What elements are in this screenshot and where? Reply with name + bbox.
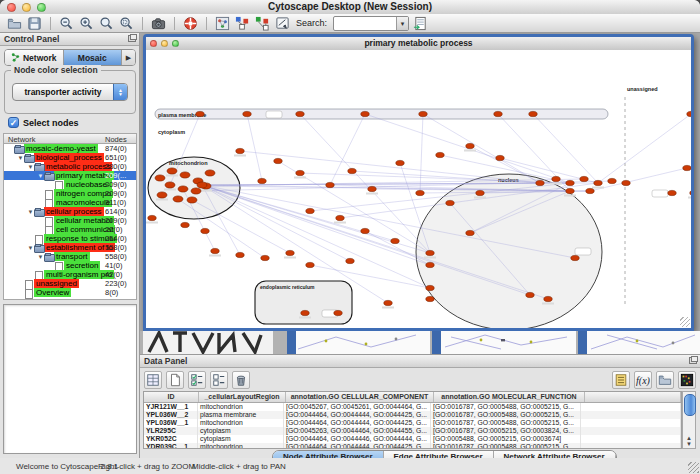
network-node[interactable] [426, 285, 434, 290]
tree-row[interactable]: Overview8(0) [4, 288, 136, 297]
network-node[interactable] [296, 111, 304, 116]
network-node[interactable] [529, 111, 537, 116]
minimize-icon[interactable] [161, 40, 168, 47]
column-header[interactable]: ID [144, 392, 199, 402]
network-edge[interactable] [202, 185, 350, 261]
network-node[interactable] [391, 238, 399, 243]
tree-row[interactable]: nucleobase-209(0) [4, 180, 136, 189]
network-window-controls[interactable] [150, 40, 179, 47]
tree-expander-icon[interactable]: ▼ [17, 155, 24, 161]
background-network-sketch[interactable] [143, 331, 273, 354]
network-node[interactable] [466, 230, 474, 235]
network-node[interactable] [191, 188, 201, 194]
network-node[interactable] [205, 170, 215, 176]
attribute-table-header[interactable]: ID_cellularLayoutRegionannotation.GO CEL… [144, 392, 681, 403]
network-node[interactable] [326, 182, 334, 187]
network-node[interactable] [306, 262, 314, 267]
delete-attribute-icon[interactable] [232, 371, 250, 389]
column-header[interactable]: annotation.GO CELLULAR_COMPONENT [286, 392, 434, 402]
tree-row[interactable]: ▼transport558(0) [4, 252, 136, 261]
network-node[interactable] [187, 197, 197, 203]
network-node[interactable] [301, 310, 309, 315]
network-node[interactable] [494, 111, 502, 116]
network-node[interactable] [178, 186, 188, 192]
copy-network-edges-icon[interactable] [254, 15, 271, 32]
network-node[interactable] [196, 111, 204, 116]
tree-row[interactable]: response to stimulu264(0) [4, 234, 136, 243]
network-node[interactable] [336, 215, 344, 220]
network-node[interactable] [261, 255, 269, 260]
network-node[interactable] [426, 262, 434, 267]
minimize-button[interactable] [22, 3, 31, 12]
window-resize-grip[interactable] [680, 317, 690, 327]
tree-expander-icon[interactable]: ▼ [37, 254, 44, 260]
network-node[interactable] [243, 111, 251, 116]
select-attributes-icon[interactable] [188, 371, 206, 389]
network-node[interactable] [566, 188, 574, 193]
tree-expander-icon[interactable]: ▼ [37, 173, 44, 179]
network-node[interactable] [296, 170, 304, 175]
tree-expander-icon[interactable]: ▼ [27, 164, 34, 170]
network-node[interactable] [580, 176, 588, 181]
network-node[interactable] [544, 296, 552, 301]
zoom-selected-icon[interactable] [118, 15, 135, 32]
network-node[interactable] [211, 248, 219, 253]
float-panel-icon[interactable] [689, 357, 697, 364]
network-node[interactable] [148, 215, 156, 220]
network-edge[interactable] [192, 200, 290, 253]
import-attributes-icon[interactable] [656, 371, 674, 389]
zoom-fit-icon[interactable] [98, 15, 115, 32]
network-window-titlebar[interactable]: primary metabolic process [146, 37, 691, 51]
network-node[interactable] [258, 178, 266, 183]
tree-row[interactable]: multi-organism pro42(0) [4, 270, 136, 279]
network-node[interactable] [622, 180, 630, 185]
function-builder-icon[interactable]: f(x) [634, 371, 652, 389]
network-node[interactable] [180, 172, 190, 178]
network-node[interactable] [496, 155, 504, 160]
tree-expander-icon[interactable]: ▼ [27, 245, 34, 251]
search-combobox[interactable]: ▾ [333, 16, 409, 31]
network-node[interactable] [571, 255, 579, 260]
tree-expander-icon[interactable]: ▼ [27, 209, 34, 215]
tree-row[interactable]: unassigned223(0) [4, 279, 136, 288]
network-node[interactable] [690, 190, 691, 195]
network-node[interactable] [668, 190, 676, 195]
save-session-icon[interactable] [26, 15, 43, 32]
column-header[interactable] [585, 392, 681, 402]
tree-row[interactable]: cellular metabol209(0) [4, 216, 136, 225]
network-node[interactable] [466, 143, 474, 148]
network-node[interactable] [436, 152, 444, 157]
annotate-network-icon[interactable] [274, 15, 291, 32]
tree-row[interactable]: secretion41(0) [4, 261, 136, 270]
network-edge[interactable] [202, 185, 430, 265]
network-node[interactable] [426, 250, 434, 255]
table-row[interactable]: YPL036W__1mitochondrion[GO:0044464, GO:0… [144, 419, 681, 427]
network-node[interactable] [274, 158, 282, 163]
open-session-icon[interactable] [6, 15, 23, 32]
node-color-dropdown[interactable]: transporter activity ▲▼ [12, 83, 128, 101]
network-node[interactable] [526, 292, 534, 297]
network-node[interactable] [157, 192, 167, 198]
network-node[interactable] [419, 111, 427, 116]
close-icon[interactable] [150, 40, 157, 47]
unselect-attributes-icon[interactable] [210, 371, 228, 389]
network-node[interactable] [594, 180, 602, 185]
network-edge[interactable] [590, 168, 687, 191]
column-header[interactable]: _cellularLayoutRegion [199, 392, 286, 402]
network-node[interactable] [236, 148, 244, 153]
tree-row[interactable]: ▼biological_process651(0) [4, 153, 136, 162]
attribute-list-icon[interactable] [612, 371, 630, 389]
network-node[interactable] [155, 175, 165, 181]
network-node[interactable] [181, 222, 189, 227]
table-row[interactable]: YKR052Ccytoplasm[GO:0044464, GO:0044446,… [144, 435, 681, 443]
search-dropdown-arrow[interactable]: ▾ [396, 17, 408, 30]
network-edge[interactable] [420, 114, 423, 193]
network-edge[interactable] [247, 114, 262, 181]
network-node[interactable] [416, 190, 424, 195]
network-overview-icon[interactable] [214, 15, 231, 32]
tab-overflow-arrow[interactable]: ▶ [122, 50, 135, 65]
zoom-icon[interactable] [172, 40, 179, 47]
network-node[interactable] [552, 176, 560, 181]
search-input[interactable] [334, 18, 396, 29]
scrollbar-thumb[interactable] [684, 394, 696, 416]
